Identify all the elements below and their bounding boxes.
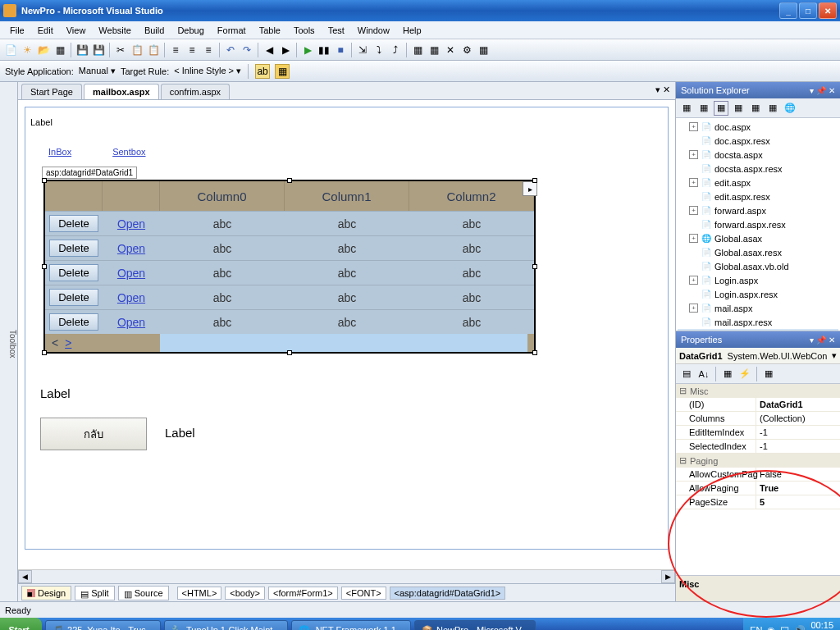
prop-pagesize-value[interactable]: 5 (756, 495, 840, 509)
bc-body[interactable]: <body> (225, 587, 265, 600)
run-icon[interactable]: ▶ (300, 43, 315, 57)
label-control-2[interactable]: Label (40, 386, 71, 400)
tool1-icon[interactable]: ▦ (410, 43, 425, 57)
open-link[interactable]: Open (117, 316, 145, 329)
bc-datagrid[interactable]: <asp:datagrid#DataGrid1> (390, 587, 506, 600)
menu-build[interactable]: Build (138, 24, 171, 37)
smart-tag-icon[interactable]: ▸ (523, 181, 537, 196)
expander-icon[interactable]: + (689, 304, 698, 313)
target-rule-dropdown[interactable]: < Inline Style > ▾ (174, 66, 241, 76)
back-button[interactable]: กลับ (40, 418, 147, 450)
minimize-button[interactable]: _ (779, 2, 797, 19)
properties-icon[interactable]: ▦ (720, 367, 735, 381)
step-into-icon[interactable]: ⇲ (355, 43, 370, 57)
pause-icon[interactable]: ▮▮ (317, 43, 331, 57)
new-project-icon[interactable]: 📄 (3, 43, 18, 57)
delete-button[interactable]: Delete (49, 240, 98, 257)
menu-debug[interactable]: Debug (171, 24, 210, 37)
style-app-dropdown[interactable]: Manual ▾ (79, 66, 116, 76)
taskbar-item-active[interactable]: 📦NewPro - Microsoft V... (414, 620, 536, 630)
tray-icon[interactable]: 🛡 (780, 625, 789, 630)
redo-icon[interactable]: ↷ (240, 43, 254, 57)
nav-fwd-icon[interactable]: ▶ (278, 43, 293, 57)
view-source[interactable]: ▥Source (118, 586, 169, 600)
scroll-left-icon[interactable]: ◀ (18, 570, 32, 583)
bc-html[interactable]: <HTML> (177, 587, 222, 600)
tab-mailbox[interactable]: mailbox.aspx (84, 84, 159, 99)
bc-form[interactable]: <form#Form1> (268, 587, 338, 600)
prop-edititemindex-value[interactable]: -1 (756, 426, 840, 439)
add-icon[interactable]: ▦ (52, 43, 67, 57)
toolbox-panel[interactable]: Toolbox (0, 82, 18, 601)
expander-icon[interactable]: + (689, 234, 698, 243)
tool4-icon[interactable]: ⚙ (459, 43, 474, 57)
view-designer-icon[interactable]: ▦ (765, 101, 780, 116)
tray-icon[interactable]: ◉ (767, 625, 775, 631)
events-icon[interactable]: ⚡ (737, 367, 752, 381)
category-misc[interactable]: ⊟Misc (676, 384, 840, 398)
menu-help[interactable]: Help (396, 24, 428, 37)
delete-button[interactable]: Delete (49, 215, 98, 232)
menu-table[interactable]: Table (253, 24, 287, 37)
tool3-icon[interactable]: ✕ (443, 43, 458, 57)
close-button[interactable]: ✕ (819, 2, 837, 19)
stop-icon[interactable]: ■ (333, 43, 348, 57)
prop-selectedindex-value[interactable]: -1 (756, 440, 840, 453)
menu-file[interactable]: File (3, 24, 31, 37)
step-out-icon[interactable]: ⤴ (388, 43, 403, 57)
design-surface[interactable]: Label InBox Sentbox asp:datagrid#DataGri… (18, 100, 675, 569)
language-indicator[interactable]: EN (750, 625, 762, 630)
cut-icon[interactable]: ✂ (113, 43, 128, 57)
undo-icon[interactable]: ↶ (223, 43, 238, 57)
properties-header[interactable]: Properties ▾ 📌 ✕ (676, 331, 840, 348)
bc-font[interactable]: <FONT> (341, 587, 386, 600)
datagrid[interactable]: ▸ Column0 Column1 Column2 DeleteOpenabca… (43, 180, 536, 354)
scroll-right-icon[interactable]: ▶ (661, 570, 675, 583)
copy-icon[interactable]: 📋 (130, 43, 144, 57)
prop-columns-value[interactable]: (Collection) (756, 412, 840, 425)
tray-icon[interactable]: 🔊 (794, 625, 806, 631)
clock[interactable]: 00:15AM (810, 620, 833, 630)
delete-button[interactable]: Delete (49, 289, 98, 306)
categorized-icon[interactable]: ▤ (679, 367, 694, 381)
open-link[interactable]: Open (117, 291, 145, 304)
category-paging[interactable]: ⊟Paging (676, 454, 840, 468)
maximize-button[interactable]: □ (799, 2, 817, 19)
view-code-icon[interactable]: ▦ (748, 101, 763, 116)
css-tool1-icon[interactable]: ab (255, 64, 270, 79)
menu-edit[interactable]: Edit (31, 24, 60, 37)
tool2-icon[interactable]: ▦ (427, 43, 441, 57)
show-all-icon[interactable]: ▦ (696, 101, 711, 116)
label-control-1[interactable]: Label (30, 117, 52, 127)
tab-start-page[interactable]: Start Page (21, 84, 82, 99)
prop-allowpaging-value[interactable]: True (756, 482, 840, 495)
tool5-icon[interactable]: ▦ (476, 43, 491, 57)
delete-button[interactable]: Delete (49, 264, 98, 281)
view-design[interactable]: ■Design (21, 586, 71, 600)
expander-icon[interactable]: + (689, 122, 698, 131)
menu-test[interactable]: Test (322, 24, 351, 37)
expander-icon[interactable]: + (689, 276, 698, 285)
system-tray[interactable]: EN ◉ 🛡 🔊 00:15AM (743, 618, 840, 630)
properties-icon[interactable]: ▦ (679, 101, 694, 116)
alphabetical-icon[interactable]: A↓ (696, 367, 711, 381)
paste-icon[interactable]: 📋 (146, 43, 161, 57)
open-link[interactable]: Open (117, 242, 145, 255)
tab-close-icon[interactable]: ▾ ✕ (655, 84, 670, 95)
open-icon[interactable]: 📂 (36, 43, 51, 57)
menu-tools[interactable]: Tools (287, 24, 322, 37)
start-button[interactable]: Start (0, 618, 42, 630)
tab-confrim[interactable]: confrim.aspx (161, 84, 230, 99)
pager-next[interactable]: > (65, 336, 71, 349)
pin-icon[interactable]: ▾ 📌 ✕ (810, 336, 835, 345)
prop-id-value[interactable]: DataGrid1 (756, 398, 840, 411)
menu-window[interactable]: Window (351, 24, 396, 37)
open-link[interactable]: Open (117, 267, 145, 280)
nest-icon[interactable]: ▦ (731, 101, 746, 116)
expander-icon[interactable]: + (689, 206, 698, 215)
solution-tree[interactable]: +📄doc.aspx 📄doc.aspx.resx +📄docsta.aspx … (676, 118, 840, 331)
save-all-icon[interactable]: 💾 (91, 43, 106, 57)
menu-format[interactable]: Format (211, 24, 253, 37)
css-tool2-icon[interactable]: ▦ (275, 64, 290, 79)
solution-explorer-header[interactable]: Solution Explorer ▾ 📌 ✕ (676, 82, 840, 98)
